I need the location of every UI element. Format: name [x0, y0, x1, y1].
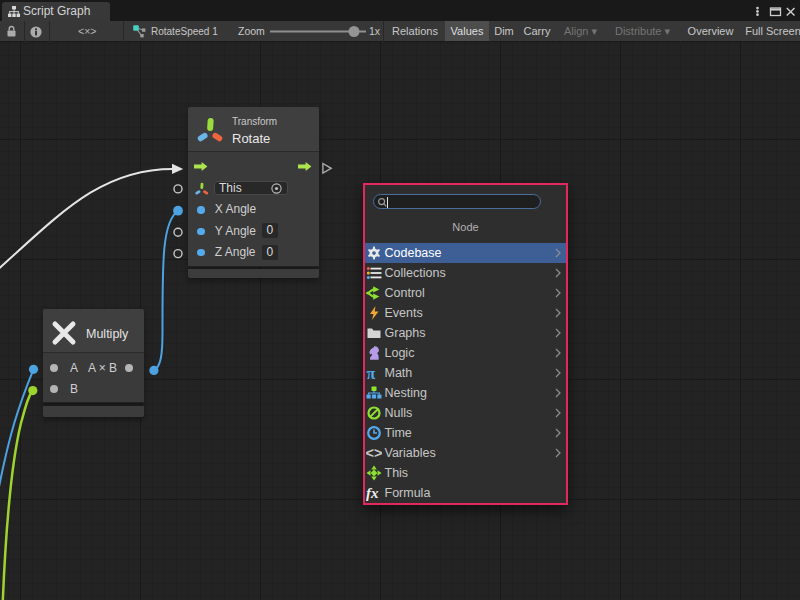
svg-text:<>: <> [366, 445, 382, 461]
svg-text:π: π [367, 365, 376, 381]
svg-text:fx: fx [366, 485, 379, 501]
